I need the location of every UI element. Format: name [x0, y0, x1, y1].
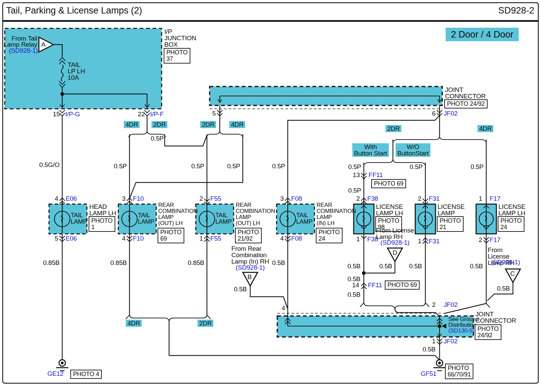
wire-05b-f31: 0.5B — [409, 263, 422, 269]
ground-gf51-photo: PHOTO 66/70/91 — [445, 364, 473, 379]
wire-085b-f55: 0.85B — [188, 260, 204, 266]
tail-lamp-3-label: TAIL LAMP — [215, 212, 232, 225]
ground-ge12-photo: PHOTO 4 — [70, 370, 102, 379]
ground-symbols — [56, 360, 446, 371]
wire-05b-c: 0.5B — [497, 285, 510, 292]
conn-e06-bot: E06 — [66, 235, 77, 242]
triangle-d-letter: D — [393, 249, 397, 256]
ff11-pin-13: 13 — [353, 172, 360, 178]
jc-top-photo: PHOTO 24/92 — [444, 99, 488, 108]
rear-combo-out2-caption: REAR COMBINATION LAMP (OUT) LH — [236, 202, 275, 226]
see-ground-ref: (SD130-5) — [448, 328, 474, 334]
conn-e06-top: E06 — [66, 195, 77, 202]
conn-f31-top: F31 — [429, 195, 440, 202]
conn-jf02-top: JF02 — [444, 110, 457, 117]
rear-combo-out1-photo: PHOTO 69 — [158, 228, 184, 243]
pin-f31-1: 1 — [418, 238, 421, 244]
jc-top-pin-6: 6 — [432, 110, 436, 117]
conn-f08-bot: F08 — [291, 235, 302, 242]
wiring-diagram-page: Tail, Parking & License Lamps (2) SD928-… — [0, 0, 541, 392]
conn-ipg: I/P-G — [65, 111, 80, 117]
ip-junction-box-label: I/P JUNCTION BOX — [164, 28, 196, 48]
junction-dot-fuse — [61, 92, 64, 96]
wire-05b-d: 0.5B — [379, 263, 392, 269]
triangle-b-ref: (SD928-1) — [236, 264, 265, 271]
rear-combo-out1-caption: REAR COMBINATION LAMP (OUT) LH — [158, 202, 198, 226]
triangle-d-ref: (SD928-1) — [380, 239, 409, 246]
jc-top-pin-5: 5 — [212, 110, 216, 117]
chip-2dr-bottom: 2DR — [197, 320, 213, 327]
wire-05b-f38-3: 0.5B — [348, 291, 360, 298]
conn-f08-top: F08 — [291, 195, 302, 202]
pin-e06-4: 4 — [55, 195, 58, 202]
head-lamp-photo: PHOTO 1 — [89, 216, 115, 232]
variant-badge: 2 Door / 4 Door — [446, 28, 519, 41]
wire-05b-f08: 0.5B — [272, 260, 285, 266]
wire-05p-jog: 0.5P — [151, 135, 164, 142]
ip-junction-photo: PHOTO 37 — [164, 48, 190, 64]
pin-22: 22 — [138, 111, 145, 117]
rear-combo-out2-photo: PHOTO 21/92 — [235, 228, 262, 243]
conn-f55-bot: F55 — [210, 235, 221, 242]
page-code: SD928-2 — [498, 5, 534, 16]
triangle-c-letter: C — [510, 270, 515, 277]
wire-05b-f17: 0.5B — [470, 263, 483, 269]
chip-4dr-ipf: 4DR — [124, 121, 140, 128]
head-lamp-caption: HEAD LAMP LH — [89, 203, 116, 216]
conn-f17-top: F17 — [490, 195, 500, 202]
wire-05b-f38-1: 0.5B — [348, 263, 360, 269]
ff11-pin-14: 14 — [352, 282, 359, 288]
chip-2dr-ipf: 2DR — [151, 121, 167, 128]
conn-ipf: I/P-F — [150, 111, 164, 117]
pin-15: 15 — [53, 111, 60, 117]
license-2-photo: PHOTO 21 — [437, 216, 464, 232]
rear-combo-in-caption: REAR COMBINATION LAMP (IN) LH — [316, 202, 356, 226]
wire-05go: 0.5G/O — [39, 162, 60, 168]
ground-gf51: GF51 — [421, 370, 437, 377]
wire-05p-4dr: 0.5P — [227, 163, 240, 169]
ff11-photo-bot: PHOTO 69 — [385, 280, 420, 290]
triangle-d-caption: From License Lamp RH — [376, 227, 414, 240]
wire-05p-f08: 0.5P — [272, 163, 285, 169]
ground-symbol-ge12 — [56, 360, 68, 371]
wire-05b-b: 0.5B — [234, 286, 247, 292]
conn-ff11-top: FF11 — [369, 172, 383, 178]
chip-2dr-jc: 2DR — [200, 121, 216, 128]
license-2-caption: LICENSE LAMP — [438, 203, 465, 216]
wire-05p-f38-2: 0.5P — [348, 187, 361, 194]
jc-bottom-pin-4: 4 — [282, 305, 285, 311]
wire-05p-f55: 0.5P — [191, 163, 204, 169]
triangle-c-ref: (SD928-1) — [491, 259, 520, 265]
conn-f31-bot: F31 — [429, 238, 440, 244]
jc-bottom-photo: PHOTO 24/92 — [475, 324, 501, 340]
pin-f08-3: 3 — [280, 195, 284, 202]
pin-f10-3: 3 — [122, 195, 125, 202]
chip-2dr-right: 2DR — [385, 125, 401, 132]
pin-f38-2: 2 — [356, 195, 360, 202]
conn-f55-top: F55 — [210, 195, 221, 202]
pin-f08-4: 4 — [280, 235, 284, 242]
conn-f10-top: F10 — [133, 195, 144, 202]
ff11-photo-top: PHOTO 69 — [371, 179, 406, 188]
jc-top-label: JOINT CONNECTOR — [445, 87, 486, 99]
pin-f38-1: 1 — [356, 236, 360, 242]
license-lh-1-caption: LICENSE LAMP LH — [376, 203, 403, 216]
ground-symbol-gf51 — [433, 360, 446, 371]
conn-ff11-bot: FF11 — [368, 282, 382, 288]
pin-f55-2: 2 — [199, 195, 203, 202]
jc-bottom-label: JOINT CONNECTOR — [475, 311, 516, 324]
wire-05p-f10: 0.5P — [114, 163, 127, 169]
pin-f55-1: 1 — [199, 235, 203, 242]
wire-05p-f31: 0.5P — [410, 164, 423, 170]
triangle-b-caption: From Rear Combination Lamp (In) RH — [231, 245, 269, 265]
wire-05b-jf02: 0.5B — [423, 346, 436, 352]
jc-bottom-pin-2: 2 — [432, 301, 436, 308]
pin-f17-2: 2 — [479, 237, 482, 243]
tail-lamp-2-label: TAIL LAMP — [138, 212, 154, 225]
wire-085b-e06: 0.85B — [43, 260, 60, 266]
wire-085b-f10: 0.85B — [110, 260, 127, 266]
see-ground-line1: See Ground — [448, 316, 479, 322]
tail-lamp-4-label: TAIL LAMP — [296, 212, 312, 225]
fuse-name: TAIL LP LH 10A — [68, 62, 85, 81]
pin-f17-1: 1 — [479, 195, 482, 202]
